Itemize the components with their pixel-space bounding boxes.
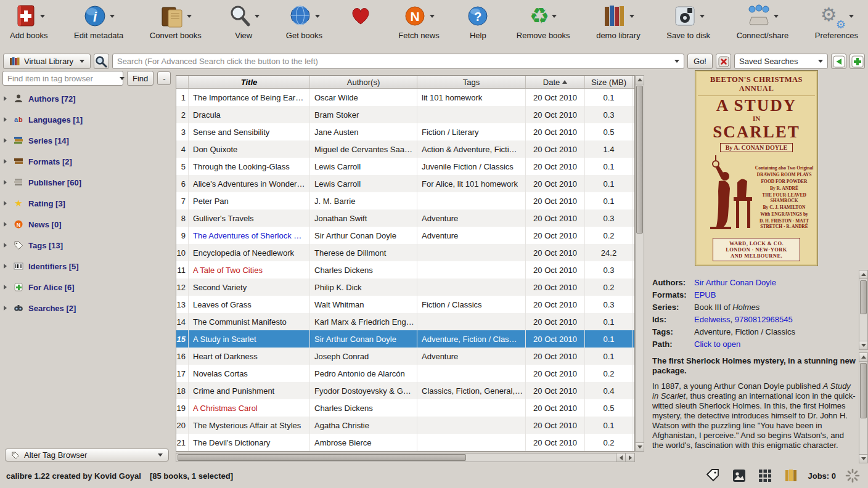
search-input[interactable] <box>117 57 671 66</box>
toolbar-fetch-news[interactable]: N Fetch news <box>398 2 439 40</box>
dropdown-caret-icon[interactable] <box>40 15 45 18</box>
scrollbar-track[interactable] <box>859 279 867 341</box>
toolbar-connect-share[interactable]: Connect/share <box>737 2 789 40</box>
column-header-title[interactable]: Title <box>189 76 310 88</box>
dropdown-caret-icon[interactable] <box>849 15 854 18</box>
expander-icon[interactable] <box>4 264 7 269</box>
scroll-down-arrow[interactable] <box>859 454 867 463</box>
tag-collapse-button[interactable]: - <box>157 71 171 85</box>
expander-icon[interactable] <box>4 96 7 101</box>
dropdown-caret-icon[interactable] <box>552 15 557 18</box>
column-header-tags[interactable]: Tags <box>417 76 526 88</box>
book-row[interactable]: 10 Encyclopedia of Needlework Therese de… <box>176 244 634 261</box>
sidebar-item-searches[interactable]: Searches [2] <box>4 298 83 319</box>
toolbar-convert-books[interactable]: Convert books <box>150 2 202 40</box>
expander-icon[interactable] <box>4 117 7 122</box>
book-row[interactable]: 5 Through the Looking-Glass Lewis Carrol… <box>176 158 634 175</box>
scrollbar-thumb[interactable] <box>860 363 867 418</box>
expander-icon[interactable] <box>4 285 7 290</box>
book-row[interactable]: 16 Heart of Darkness Joseph Conrad Adven… <box>176 348 634 365</box>
toolbar-help[interactable]: ? Help <box>465 2 490 40</box>
book-row[interactable]: 4 Don Quixote Miguel de Cervantes Saa… A… <box>176 140 634 158</box>
scroll-left-arrow[interactable] <box>616 453 625 462</box>
book-row[interactable]: 2 Dracula Bram Stoker 20 Oct 2010 0.3 <box>176 106 634 123</box>
book-row[interactable]: 14 The Communist Manifesto Karl Marx & F… <box>176 313 634 330</box>
column-header-index[interactable] <box>176 76 189 88</box>
toolbar-preferences[interactable]: ⚙⚙ Preferences <box>815 2 858 40</box>
copy-search-to-saved-button[interactable] <box>831 54 846 69</box>
search-input-combo[interactable] <box>112 54 684 69</box>
book-list-hscrollbar[interactable] <box>176 453 635 462</box>
dropdown-caret-icon[interactable] <box>629 15 634 18</box>
toolbar-donate[interactable] <box>349 2 372 31</box>
book-row[interactable]: 3 Sense and Sensibility Jane Austen Fict… <box>176 123 634 140</box>
scroll-down-arrow[interactable] <box>859 341 867 349</box>
toolbar-remove-books[interactable]: ♻ Remove books <box>517 2 570 40</box>
expander-icon[interactable] <box>4 201 7 206</box>
toolbar-save-to-disk[interactable]: Save to disk <box>666 2 710 40</box>
virtual-library-button[interactable]: Virtual Library <box>3 54 91 69</box>
book-row[interactable]: 1 The Importance of Being Ear… Oscar Wil… <box>176 89 634 106</box>
alter-tag-browser-button[interactable]: Alter Tag Browser <box>5 449 169 462</box>
expander-icon[interactable] <box>4 306 7 311</box>
toggle-cover-browser-button[interactable] <box>730 466 748 485</box>
dropdown-caret-icon[interactable] <box>315 15 320 18</box>
id-link-edelweiss[interactable]: Edelweiss <box>694 315 731 324</box>
toolbar-choose-library[interactable]: demo library <box>596 2 641 40</box>
advanced-search-button[interactable] <box>94 54 109 69</box>
sidebar-item-tags[interactable]: Tags [13] <box>4 235 83 256</box>
expander-icon[interactable] <box>4 138 7 143</box>
sidebar-item-for-alice[interactable]: For Alice [6] <box>4 277 83 298</box>
sidebar-item-identifiers[interactable]: Identifiers [5] <box>4 256 83 277</box>
book-row[interactable]: 6 Alice's Adventures in Wonder… Lewis Ca… <box>176 175 634 192</box>
expander-icon[interactable] <box>4 159 7 164</box>
expander-icon[interactable] <box>4 222 7 227</box>
toolbar-edit-metadata[interactable]: i Edit metadata <box>74 2 123 40</box>
sidebar-item-languages[interactable]: ab Languages [1] <box>4 109 83 130</box>
book-row[interactable]: 13 Leaves of Grass Walt Whitman Fiction … <box>176 296 634 313</box>
sidebar-item-news[interactable]: N News [0] <box>4 214 83 235</box>
sidebar-item-rating[interactable]: ★ Rating [3] <box>4 193 83 214</box>
author-link[interactable]: Sir Arthur Conan Doyle <box>694 278 776 287</box>
column-header-size[interactable]: Size (MB) <box>585 76 633 88</box>
book-cover[interactable]: BEETON'S CHRISTMAS ANNUAL A STUDY IN SCA… <box>695 70 818 266</box>
tag-find-input[interactable] <box>7 74 116 83</box>
dropdown-caret-icon[interactable] <box>187 15 192 18</box>
toolbar-get-books[interactable]: Get books <box>286 2 322 40</box>
toggle-tag-browser-button[interactable] <box>704 466 723 485</box>
scrollbar-track[interactable] <box>636 84 644 442</box>
scrollbar-thumb[interactable] <box>178 454 466 461</box>
expander-icon[interactable] <box>4 243 7 248</box>
comments-scrollbar[interactable] <box>859 352 868 463</box>
toolbar-view[interactable]: View <box>227 2 260 40</box>
scrollbar-thumb[interactable] <box>860 280 867 314</box>
dropdown-caret-icon[interactable] <box>255 15 260 18</box>
path-link[interactable]: Click to open <box>694 340 740 349</box>
dropdown-caret-icon[interactable] <box>110 15 115 18</box>
sidebar-item-publisher[interactable]: Publisher [60] <box>4 172 83 193</box>
book-row[interactable]: 20 The Mysterious Affair at Styles Agath… <box>176 417 634 434</box>
scroll-up-arrow[interactable] <box>636 76 644 84</box>
jobs-spinner-button[interactable] <box>843 466 862 485</box>
clear-search-button[interactable] <box>716 54 731 69</box>
book-list-scrollbar[interactable] <box>635 75 644 452</box>
book-row[interactable]: 12 Second Variety Philip K. Dick 20 Oct … <box>176 279 634 296</box>
scroll-right-arrow[interactable] <box>625 453 634 462</box>
toggle-book-details-button[interactable] <box>782 466 800 485</box>
book-row[interactable]: 11 A Tale of Two Cities Charles Dickens … <box>176 261 634 279</box>
tag-find-button[interactable]: Find <box>127 71 154 86</box>
book-row[interactable]: 19 A Christmas Carol Charles Dickens 20 … <box>176 399 634 417</box>
details-scrollbar[interactable] <box>859 270 868 350</box>
scroll-up-arrow[interactable] <box>859 353 867 362</box>
book-row[interactable]: 8 Gulliver's Travels Jonathan Swift Adve… <box>176 209 634 227</box>
jobs-label[interactable]: Jobs: 0 <box>808 471 836 481</box>
book-row[interactable]: 15 A Study in Scarlet Sir Arthur Conan D… <box>176 330 634 348</box>
sidebar-item-authors[interactable]: Authors [72] <box>4 88 83 109</box>
go-button[interactable]: Go! <box>687 54 713 69</box>
format-link[interactable]: EPUB <box>694 290 716 299</box>
scrollbar-thumb[interactable] <box>636 86 643 234</box>
book-row[interactable]: 21 The Devil's Dictionary Ambrose Bierce… <box>176 434 634 451</box>
id-link-isbn[interactable]: 9780812968545 <box>735 315 793 324</box>
column-header-authors[interactable]: Author(s) <box>310 76 417 88</box>
sidebar-item-series[interactable]: Series [14] <box>4 130 83 151</box>
